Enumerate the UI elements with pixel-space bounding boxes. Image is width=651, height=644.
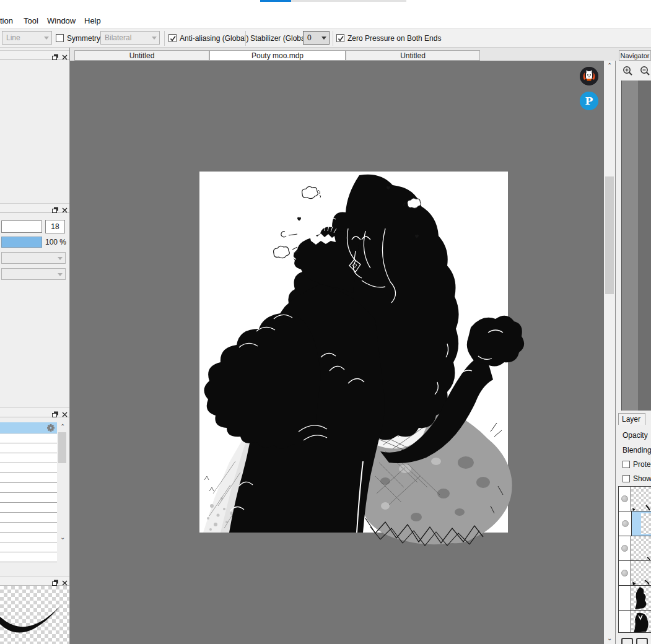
tool-type-combobox[interactable]: Line bbox=[2, 31, 52, 45]
close-panel-icon[interactable] bbox=[61, 205, 69, 212]
zero-pressure-checkbox[interactable] bbox=[336, 34, 344, 42]
brush-option-combobox-1[interactable] bbox=[1, 252, 66, 264]
brush-list-item[interactable] bbox=[0, 443, 57, 453]
symmetry-label: Symmetry bbox=[67, 34, 100, 43]
float-panel-icon[interactable] bbox=[52, 52, 59, 59]
layer-thumbnail[interactable] bbox=[631, 561, 651, 585]
float-panel-icon[interactable] bbox=[52, 409, 59, 416]
layer-visibility-toggle[interactable] bbox=[619, 586, 631, 610]
float-panel-icon[interactable] bbox=[52, 578, 59, 585]
brush-list-item[interactable] bbox=[0, 542, 57, 552]
close-panel-icon[interactable] bbox=[61, 578, 69, 585]
layer-visibility-toggle[interactable] bbox=[619, 561, 631, 585]
close-panel-icon[interactable] bbox=[61, 409, 69, 416]
layer-row[interactable] bbox=[619, 536, 651, 561]
layer-action-button[interactable] bbox=[636, 638, 648, 644]
brush-list-item-selected[interactable] bbox=[0, 422, 57, 433]
show-checkbox[interactable] bbox=[623, 475, 630, 482]
symmetry-checkbox[interactable] bbox=[56, 34, 64, 42]
brush-list-item[interactable] bbox=[0, 503, 57, 513]
protect-alpha-checkbox[interactable] bbox=[623, 461, 630, 468]
scroll-down-icon[interactable]: ⌄ bbox=[60, 534, 65, 541]
panel-3-titlebar bbox=[0, 407, 69, 417]
menu-item-partial[interactable]: tion bbox=[0, 16, 13, 25]
brush-list-item[interactable] bbox=[0, 463, 57, 473]
tab-pouty-moo[interactable]: Pouty moo.mdp bbox=[209, 50, 346, 61]
brush-list-item[interactable] bbox=[0, 473, 57, 483]
layer-action-button[interactable] bbox=[621, 638, 633, 644]
brush-size-value[interactable]: 18 bbox=[45, 220, 65, 233]
panel-1-titlebar bbox=[0, 50, 69, 60]
brush-size-slider[interactable] bbox=[1, 220, 42, 233]
antialias-checkbox[interactable] bbox=[168, 34, 177, 42]
left-dock: 18 100 % ⌃ ⌄ bbox=[0, 48, 70, 644]
canvas-vertical-scrollbar[interactable]: ⌃ ⌄ bbox=[604, 61, 615, 644]
stabilizer-label: Stabilizer (Global) bbox=[250, 34, 309, 43]
medibang-p-button[interactable]: P bbox=[580, 92, 598, 110]
p-logo-icon: P bbox=[580, 92, 598, 110]
stabilizer-combobox[interactable]: 0 bbox=[303, 31, 330, 45]
layer-thumbnail[interactable] bbox=[632, 511, 651, 536]
layer-thumbnail[interactable] bbox=[631, 536, 651, 560]
layer-thumbnail[interactable] bbox=[631, 487, 651, 511]
scroll-up-icon[interactable]: ⌃ bbox=[60, 424, 65, 430]
brush-list-item[interactable] bbox=[0, 533, 57, 542]
brush-list-item[interactable] bbox=[0, 453, 57, 463]
layer-panel-tab[interactable]: Layer bbox=[618, 413, 645, 425]
brush-option-combobox-2[interactable] bbox=[1, 268, 66, 280]
layer-visibility-toggle[interactable] bbox=[619, 611, 631, 633]
tab-untitled-2[interactable]: Untitled bbox=[346, 50, 480, 61]
svg-text:P: P bbox=[585, 95, 593, 107]
brush-list-item[interactable] bbox=[0, 493, 57, 503]
canvas-artwork[interactable] bbox=[199, 172, 534, 550]
zero-pressure-label: Zero Pressure on Both Ends bbox=[347, 34, 441, 43]
layer-visibility-toggle[interactable] bbox=[619, 487, 631, 511]
tab-navigator[interactable]: Navigator bbox=[619, 50, 651, 61]
menu-item-help[interactable]: Help bbox=[84, 16, 101, 25]
layer-row[interactable] bbox=[619, 561, 651, 586]
panel-4-titlebar bbox=[0, 576, 69, 586]
panel-2-titlebar bbox=[0, 203, 69, 213]
scroll-up-icon[interactable]: ⌃ bbox=[607, 63, 612, 69]
symmetry-mode-combobox[interactable]: Bilateral bbox=[100, 31, 160, 45]
brush-list-item[interactable] bbox=[0, 552, 57, 562]
brush-list-scrollbar-thumb[interactable] bbox=[58, 432, 66, 463]
blending-label: Blending bbox=[623, 446, 651, 455]
brush-list-item[interactable] bbox=[0, 513, 57, 523]
toolbar-separator bbox=[245, 31, 246, 46]
chevron-down-icon bbox=[58, 257, 63, 260]
layer-list bbox=[618, 486, 651, 633]
layer-row[interactable] bbox=[619, 487, 651, 511]
brush-list-item[interactable] bbox=[0, 483, 57, 493]
gear-icon[interactable] bbox=[46, 424, 55, 432]
canvas-scrollbar-thumb[interactable] bbox=[605, 176, 614, 294]
brush-opacity-slider[interactable] bbox=[1, 237, 42, 248]
layer-thumbnail[interactable] bbox=[631, 611, 651, 633]
menu-item-window[interactable]: Window bbox=[47, 16, 76, 25]
antialias-label: Anti-aliasing (Global) bbox=[180, 34, 248, 43]
protect-alpha-label: Protec bbox=[633, 460, 651, 469]
zoom-out-icon[interactable] bbox=[640, 66, 650, 76]
right-panel: Layer Opacity Blending Protec Show bbox=[615, 61, 651, 644]
tab-untitled-1[interactable]: Untitled bbox=[74, 50, 209, 61]
float-panel-icon[interactable] bbox=[52, 205, 59, 212]
brush-stroke-preview bbox=[0, 586, 69, 644]
layer-visibility-toggle[interactable] bbox=[619, 536, 631, 560]
layer-row[interactable] bbox=[619, 611, 651, 633]
layer-row[interactable] bbox=[619, 586, 651, 611]
brush-list-item[interactable] bbox=[0, 433, 57, 443]
layer-row-selected[interactable] bbox=[619, 511, 651, 536]
scroll-down-icon[interactable]: ⌄ bbox=[607, 635, 612, 642]
canvas-viewport[interactable]: P bbox=[70, 61, 604, 644]
menu-item-tool[interactable]: Tool bbox=[24, 16, 38, 25]
navigator-preview[interactable] bbox=[621, 80, 651, 411]
layer-visibility-toggle[interactable] bbox=[619, 511, 632, 536]
document-tab-strip: Untitled Pouty moo.mdp Untitled Navigato… bbox=[70, 48, 651, 61]
chevron-down-icon bbox=[44, 37, 49, 40]
zoom-in-icon[interactable] bbox=[623, 66, 633, 76]
alpaca-flame-icon bbox=[580, 67, 598, 85]
close-panel-icon[interactable] bbox=[61, 52, 69, 59]
layer-thumbnail[interactable] bbox=[631, 586, 651, 610]
firealpaca-mascot-button[interactable] bbox=[580, 67, 598, 85]
brush-list-item[interactable] bbox=[0, 523, 57, 533]
